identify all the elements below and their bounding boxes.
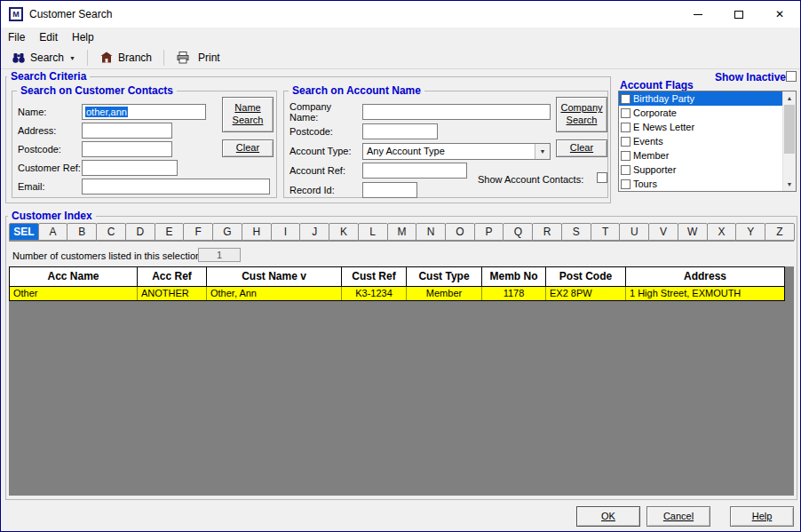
show-account-contacts-label: Show Account Contacts: xyxy=(478,174,583,185)
column-header[interactable]: Post Code xyxy=(546,267,626,286)
record-id-input[interactable] xyxy=(362,182,417,198)
customer-ref-label: Customer Ref: xyxy=(18,163,82,173)
column-header[interactable]: Memb No xyxy=(482,267,546,286)
toolbar-search-button[interactable]: Search ▼ xyxy=(8,49,79,67)
scroll-thumb[interactable] xyxy=(784,105,795,154)
flag-item[interactable]: Birthday Party xyxy=(619,91,782,106)
result-cell-post-code: EX2 8PW xyxy=(546,287,626,300)
index-tab[interactable]: G xyxy=(212,223,242,241)
column-header[interactable]: Acc Name xyxy=(10,267,138,286)
clear-contacts-button[interactable]: Clear xyxy=(222,139,274,157)
toolbar-branch-button[interactable]: Branch xyxy=(96,49,155,67)
company-search-button[interactable]: Company Search xyxy=(556,97,607,132)
flag-label: Tours xyxy=(633,179,657,189)
index-tab[interactable]: T xyxy=(591,223,621,241)
help-button[interactable]: Help xyxy=(730,506,794,527)
flag-checkbox[interactable] xyxy=(621,94,630,104)
index-tab[interactable]: H xyxy=(242,223,272,241)
ok-button[interactable]: OK xyxy=(576,506,640,527)
flag-item[interactable]: Events xyxy=(619,134,782,148)
search-criteria-title: Search Criteria xyxy=(7,70,90,83)
flag-checkbox[interactable] xyxy=(621,137,630,147)
index-tab[interactable]: D xyxy=(125,223,155,241)
column-header[interactable]: Acc Ref xyxy=(138,267,207,286)
flag-checkbox[interactable] xyxy=(621,151,630,161)
index-tab[interactable]: O xyxy=(445,223,475,241)
menu-edit[interactable]: Edit xyxy=(32,28,65,47)
flag-item[interactable]: Supporter xyxy=(619,163,782,177)
clear-account-button[interactable]: Clear xyxy=(556,139,607,157)
flag-label: Birthday Party xyxy=(633,93,694,104)
binoculars-icon xyxy=(12,51,26,65)
flag-checkbox[interactable] xyxy=(621,165,630,175)
index-tab[interactable]: F xyxy=(183,223,213,241)
account-ref-input[interactable] xyxy=(362,163,467,179)
postcode-label: Postcode: xyxy=(18,144,82,155)
index-tab[interactable]: Y xyxy=(735,223,765,241)
address-input[interactable] xyxy=(82,123,172,139)
index-tab[interactable]: K xyxy=(329,223,359,241)
index-tab[interactable]: B xyxy=(67,223,97,241)
column-header[interactable]: Address xyxy=(626,267,784,286)
toolbar-search-label: Search xyxy=(30,52,64,64)
table-row[interactable]: Other ANOTHER Other, Ann K3-1234 Member … xyxy=(10,286,784,300)
chevron-down-icon[interactable]: ▼ xyxy=(535,144,550,159)
column-header[interactable]: Cust Name v xyxy=(207,267,342,286)
account-type-select[interactable]: Any Account Type ▼ xyxy=(362,143,551,160)
customer-ref-input[interactable] xyxy=(82,160,178,176)
maximize-button[interactable] xyxy=(718,1,759,28)
flag-checkbox[interactable] xyxy=(621,123,630,132)
flag-checkbox[interactable] xyxy=(621,108,630,118)
flag-item[interactable]: Corporate xyxy=(619,106,782,120)
scroll-down-icon[interactable]: ▼ xyxy=(783,178,796,191)
index-tab[interactable]: W xyxy=(678,223,708,241)
email-input[interactable] xyxy=(82,179,270,195)
result-cell-address: 1 High Street, EXMOUTH xyxy=(626,287,784,300)
flags-scrollbar[interactable]: ▲ ▼ xyxy=(782,91,796,191)
column-header[interactable]: Cust Ref xyxy=(342,267,407,286)
menu-file[interactable]: File xyxy=(1,28,32,47)
toolbar-print-button[interactable]: Print xyxy=(172,49,224,67)
close-button[interactable]: ✕ xyxy=(759,1,800,28)
account-name-title: Search on Account Name xyxy=(289,84,424,97)
postcode-input[interactable] xyxy=(82,141,172,157)
index-tab[interactable]: A xyxy=(38,223,68,241)
cancel-button[interactable]: Cancel xyxy=(646,506,710,527)
flag-checkbox[interactable] xyxy=(621,179,630,189)
results-table: Acc Name Acc Ref Cust Name v Cust Ref Cu… xyxy=(9,266,785,301)
menu-help[interactable]: Help xyxy=(65,28,101,47)
flag-item[interactable]: E News Letter xyxy=(619,120,782,134)
index-tab[interactable]: Q xyxy=(503,223,533,241)
index-tab[interactable]: U xyxy=(619,223,649,241)
show-account-contacts-checkbox[interactable] xyxy=(597,172,607,183)
branch-icon xyxy=(99,51,114,65)
index-tab[interactable]: E xyxy=(155,223,185,241)
index-tab[interactable]: S xyxy=(561,223,591,241)
scroll-up-icon[interactable]: ▲ xyxy=(783,91,796,105)
index-tab[interactable]: R xyxy=(532,223,562,241)
company-name-input[interactable] xyxy=(362,104,551,120)
index-tab[interactable]: SEL xyxy=(9,223,39,241)
index-tab[interactable]: I xyxy=(271,223,301,241)
flag-item[interactable]: Member xyxy=(619,148,782,163)
menubar: File Edit Help xyxy=(1,28,800,47)
index-tab[interactable]: V xyxy=(648,223,678,241)
result-cell-cust-type: Member xyxy=(407,287,482,300)
index-tab[interactable]: M xyxy=(387,223,417,241)
index-tab[interactable]: N xyxy=(416,223,446,241)
index-tab[interactable]: C xyxy=(96,223,126,241)
index-tab[interactable]: L xyxy=(358,223,388,241)
account-postcode-input[interactable] xyxy=(362,123,438,139)
minimize-button[interactable] xyxy=(678,1,718,28)
window-controls: ✕ xyxy=(678,1,800,28)
name-search-button[interactable]: Name Search xyxy=(222,97,274,132)
show-inactive-checkbox[interactable] xyxy=(786,71,797,82)
name-input[interactable]: other,ann xyxy=(82,104,206,120)
index-tab[interactable]: J xyxy=(299,223,329,241)
column-header[interactable]: Cust Type xyxy=(407,267,482,286)
address-label: Address: xyxy=(18,125,82,136)
index-tab[interactable]: P xyxy=(474,223,504,241)
flag-item[interactable]: Tours xyxy=(619,177,782,191)
index-tab[interactable]: Z xyxy=(765,223,795,241)
index-tab[interactable]: X xyxy=(707,223,737,241)
